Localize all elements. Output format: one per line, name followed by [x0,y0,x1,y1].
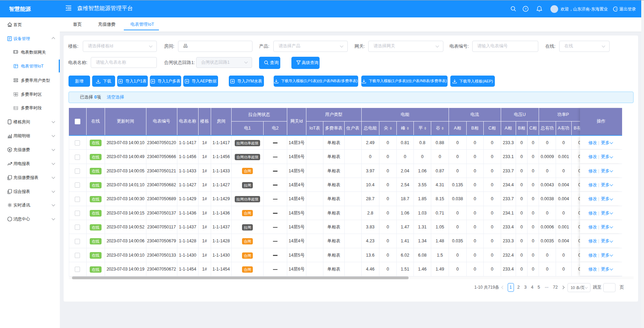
svg-text:?: ? [525,7,526,11]
